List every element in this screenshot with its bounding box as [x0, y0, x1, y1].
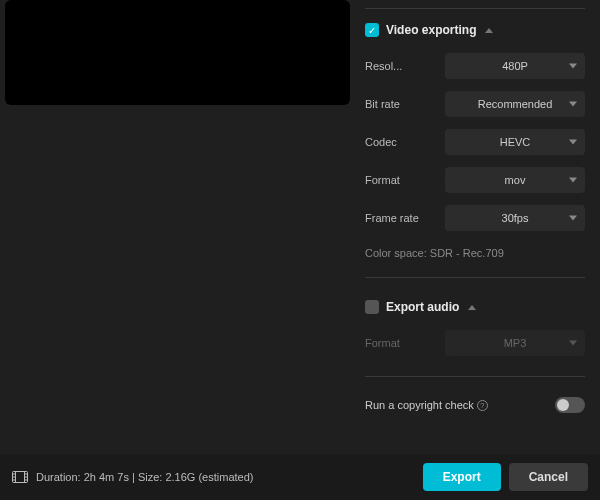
color-space-info: Color space: SDR - Rec.709 — [365, 237, 585, 273]
framerate-label: Frame rate — [365, 212, 435, 224]
export-button[interactable]: Export — [423, 463, 501, 491]
footer-info: Duration: 2h 4m 7s | Size: 2.16G (estima… — [12, 471, 253, 483]
collapse-caret-icon — [485, 28, 493, 33]
video-preview — [5, 0, 350, 105]
format-value: mov — [505, 174, 526, 186]
codec-value: HEVC — [500, 136, 531, 148]
duration-size-text: Duration: 2h 4m 7s | Size: 2.16G (estima… — [36, 471, 253, 483]
video-exporting-header[interactable]: ✓ Video exporting — [365, 9, 585, 47]
export-audio-checkbox[interactable] — [365, 300, 379, 314]
help-icon[interactable]: ? — [477, 400, 488, 411]
copyright-check-label: Run a copyright check ? — [365, 399, 488, 411]
chevron-down-icon — [569, 140, 577, 145]
format-row: Format mov — [365, 161, 585, 199]
resolution-label: Resol... — [365, 60, 435, 72]
copyright-check-toggle[interactable] — [555, 397, 585, 413]
format-select[interactable]: mov — [445, 167, 585, 193]
video-exporting-title: Video exporting — [386, 23, 476, 37]
divider — [365, 376, 585, 377]
copyright-check-row: Run a copyright check ? — [365, 385, 585, 425]
bitrate-select[interactable]: Recommended — [445, 91, 585, 117]
codec-select[interactable]: HEVC — [445, 129, 585, 155]
video-exporting-checkbox[interactable]: ✓ — [365, 23, 379, 37]
export-audio-header[interactable]: Export audio — [365, 286, 585, 324]
chevron-down-icon — [569, 64, 577, 69]
audio-format-label: Format — [365, 337, 435, 349]
chevron-down-icon — [569, 341, 577, 346]
framerate-row: Frame rate 30fps — [365, 199, 585, 237]
audio-format-value: MP3 — [504, 337, 527, 349]
bitrate-value: Recommended — [478, 98, 553, 110]
framerate-value: 30fps — [502, 212, 529, 224]
format-label: Format — [365, 174, 435, 186]
audio-format-row: Format MP3 — [365, 324, 585, 362]
resolution-row: Resol... 480P — [365, 47, 585, 85]
export-settings-panel: ✓ Video exporting Resol... 480P Bit rate… — [365, 0, 600, 425]
framerate-select[interactable]: 30fps — [445, 205, 585, 231]
footer-actions: Export Cancel — [423, 463, 588, 491]
resolution-select[interactable]: 480P — [445, 53, 585, 79]
resolution-value: 480P — [502, 60, 528, 72]
export-audio-title: Export audio — [386, 300, 459, 314]
chevron-down-icon — [569, 102, 577, 107]
bitrate-row: Bit rate Recommended — [365, 85, 585, 123]
collapse-caret-icon — [468, 305, 476, 310]
chevron-down-icon — [569, 178, 577, 183]
bitrate-label: Bit rate — [365, 98, 435, 110]
divider — [365, 277, 585, 278]
chevron-down-icon — [569, 216, 577, 221]
codec-label: Codec — [365, 136, 435, 148]
footer-bar: Duration: 2h 4m 7s | Size: 2.16G (estima… — [0, 454, 600, 500]
codec-row: Codec HEVC — [365, 123, 585, 161]
cancel-button[interactable]: Cancel — [509, 463, 588, 491]
film-icon — [12, 471, 28, 483]
audio-format-select: MP3 — [445, 330, 585, 356]
